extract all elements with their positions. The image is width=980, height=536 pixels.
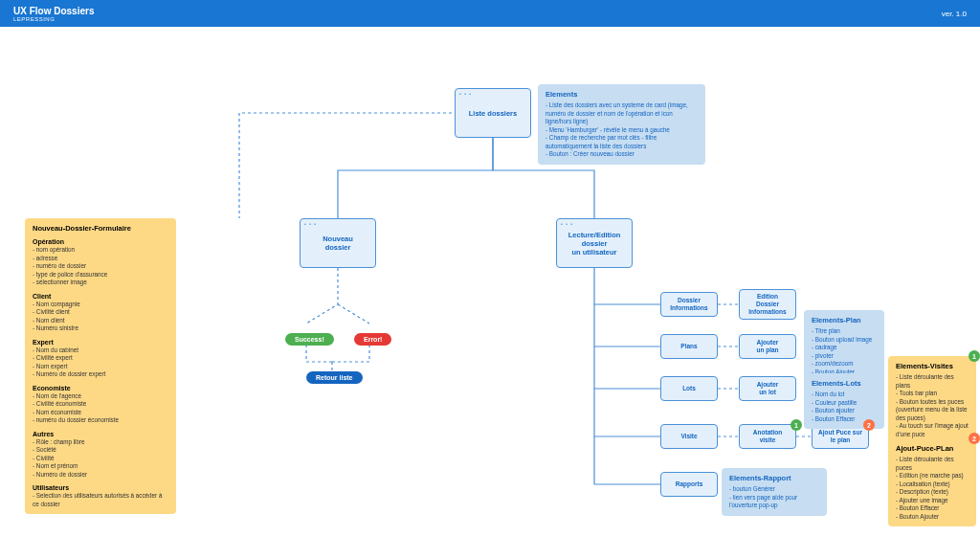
pill-success: Success! bbox=[285, 333, 334, 346]
list-elements: Liste des dossiers avec un systeme de ca… bbox=[546, 101, 698, 159]
drag-dots-icon: • • • bbox=[304, 221, 317, 227]
list-elements-rapport: bouton Générerlien vers page aide pour l… bbox=[729, 485, 819, 510]
section-client: Client bbox=[33, 293, 168, 300]
panel-elements-rapport: Elements-Rapport bouton Générerlien vers… bbox=[722, 468, 827, 516]
node-rapports[interactable]: Rapports bbox=[660, 472, 718, 497]
node-visite[interactable]: Visite bbox=[660, 424, 718, 449]
section-utilisateurs: Utilisateurs bbox=[33, 484, 168, 491]
panel-ajout-puce-plan: Ajout-Puce-PLan Liste déroulante des puc… bbox=[888, 438, 976, 526]
badge-1-green: 1 bbox=[791, 419, 802, 431]
node-dossier-informations[interactable]: DossierInformations bbox=[660, 292, 718, 317]
node-nouveau-dossier[interactable]: • • • Nouveaudossier bbox=[300, 218, 376, 268]
section-expert: Expert bbox=[33, 339, 168, 346]
flow-canvas: Nouveau-Dossier-Formulaire Opération nom… bbox=[0, 27, 980, 536]
badge-2-orange-right: 2 bbox=[969, 433, 980, 444]
node-label: Rapports bbox=[672, 479, 707, 490]
section-economiste: Economiste bbox=[33, 385, 168, 391]
section-autres: Autres bbox=[33, 431, 168, 437]
list-economiste: Nom de l'agenceCivilité économisteNom éc… bbox=[33, 392, 168, 425]
version-label: ver. 1.0 bbox=[942, 6, 967, 18]
node-label: Ajouterun lot bbox=[753, 379, 783, 398]
panel-elements-visites: Elements-Visites Liste déroulante des pl… bbox=[888, 356, 976, 444]
node-lecture-edition[interactable]: • • • Lecture/Editiondossierun utilisate… bbox=[556, 218, 633, 268]
node-label: Ajout Puce surle plan bbox=[814, 427, 866, 446]
header-bar: UX Flow Dossiers LEPRESSING ver. 1.0 bbox=[0, 0, 980, 27]
badge-2-orange: 2 bbox=[863, 419, 875, 431]
node-ajouter-plan[interactable]: Ajouterun plan bbox=[739, 334, 796, 359]
node-label: Ajouterun plan bbox=[752, 337, 782, 356]
list-elements-lots: Nom du lotCouleur pastilleBouton ajouter… bbox=[812, 391, 877, 423]
panel-title: Ajout-Puce-PLan bbox=[896, 444, 969, 453]
node-label: Plans bbox=[677, 341, 701, 352]
panel-title: Elements bbox=[546, 90, 698, 99]
node-label: EditionDossierInformations bbox=[745, 291, 790, 317]
app-title: UX Flow Dossiers bbox=[13, 6, 94, 16]
pill-error: Error! bbox=[354, 333, 391, 346]
list-elements-visites: Liste déroulante des plansTools bar plan… bbox=[896, 373, 969, 438]
list-client: Nom compagnieCivilité clientNom clientNu… bbox=[33, 301, 168, 333]
panel-title: Elements-Visites bbox=[896, 362, 969, 370]
panel-title: Elements-Plan bbox=[812, 316, 877, 324]
app-subtitle: LEPRESSING bbox=[13, 16, 94, 22]
section-operation: Opération bbox=[33, 238, 168, 245]
list-operation: nom opération adresse numéro de dossier … bbox=[33, 246, 168, 287]
panel-title: Elements-Lots bbox=[812, 379, 877, 388]
node-label: Nouveaudossier bbox=[319, 233, 357, 254]
node-label: Lots bbox=[679, 383, 700, 394]
node-label: Lecture/Editiondossierun utilisateur bbox=[565, 229, 625, 258]
list-utilisateurs: Selection des utilisateurs autorisés à a… bbox=[33, 492, 168, 508]
node-label: Anotationvisite bbox=[749, 427, 786, 446]
node-label: Visite bbox=[677, 431, 701, 442]
list-expert: Nom du cabinetCivilité expertNom expertN… bbox=[33, 346, 168, 379]
panel-elements: Elements Liste des dossiers avec un syst… bbox=[538, 84, 705, 165]
panel-title: Nouveau-Dossier-Formulaire bbox=[33, 224, 168, 233]
panel-title: Elements-Rapport bbox=[729, 474, 819, 482]
node-label: DossierInformations bbox=[666, 295, 711, 314]
node-edition-dossier-informations[interactable]: EditionDossierInformations bbox=[739, 289, 796, 320]
node-lots[interactable]: Lots bbox=[660, 376, 718, 401]
node-plans[interactable]: Plans bbox=[660, 334, 718, 359]
drag-dots-icon: • • • bbox=[561, 221, 573, 227]
panel-nouveau-dossier-formulaire: Nouveau-Dossier-Formulaire Opération nom… bbox=[25, 218, 176, 514]
list-autres: Rôle : champ libreSociétéCivilitéNom et … bbox=[33, 438, 168, 480]
badge-1-green-right: 1 bbox=[969, 350, 980, 362]
node-ajouter-lot[interactable]: Ajouterun lot bbox=[739, 376, 796, 401]
list-ajout-puce-plan: Liste déroulante des pucesEdition (ne ma… bbox=[896, 456, 969, 521]
header-left: UX Flow Dossiers LEPRESSING bbox=[13, 6, 94, 22]
node-liste-dossiers[interactable]: • • • Liste dossiers bbox=[455, 88, 531, 138]
node-annotation-visite[interactable]: Anotationvisite bbox=[739, 424, 796, 449]
drag-dots-icon: • • • bbox=[459, 91, 472, 97]
pill-retour-liste[interactable]: Retour liste bbox=[306, 371, 363, 384]
node-label: Liste dossiers bbox=[465, 107, 521, 120]
